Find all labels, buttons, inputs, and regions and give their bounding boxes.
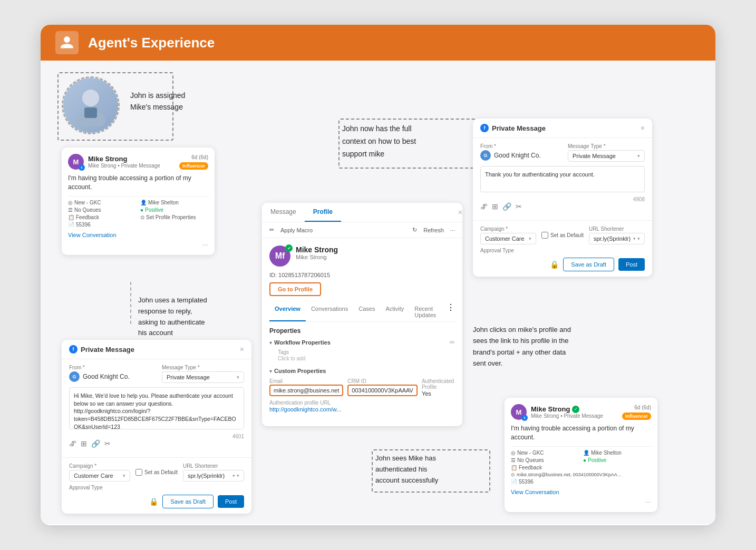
pm-bottom-left: Campaign * Customer Care ▾ Set as Defaul… [62, 457, 251, 514]
agent-icon [60, 35, 74, 50]
avatar-mike-2: M f [511, 404, 527, 420]
message-card-2: M f Mike Strong ✓ Mike Strong • Private … [505, 398, 657, 512]
svg-rect-2 [84, 107, 97, 118]
pm-card-left-body: From * G Good Knight Co. Message Type * … [62, 359, 251, 457]
set-default-checkbox-right[interactable] [541, 232, 548, 239]
profile-fb-badge: f [282, 251, 285, 261]
tab-profile[interactable]: Profile [305, 203, 341, 222]
person-silhouette [70, 84, 112, 126]
verified-badge-2: ✓ [572, 406, 579, 413]
header-icon [55, 31, 79, 54]
profile-avatar: M ✓ f [269, 245, 290, 267]
pm-bottom-right: Campaign * Customer Care ▾ Set as Defaul… [473, 220, 652, 277]
workflow-edit-icon[interactable]: ✏ [450, 339, 455, 346]
pm-card-right-body: From * G Good Knight Co. Message Type * … [473, 138, 652, 220]
pm-textarea-right[interactable]: Thank you for authenticating your accoun… [480, 166, 645, 192]
custom-section: ▾ Custom Properties Email mike.strong@bu… [269, 368, 455, 412]
more-dots-1[interactable]: ··· [68, 240, 208, 249]
pm-card-right: f Private Message × From * G Good Knight… [473, 119, 652, 277]
save-draft-btn-right[interactable]: Save as Draft [563, 258, 614, 271]
fb-icon-left: f [69, 345, 77, 353]
tab-message[interactable]: Message [262, 203, 305, 222]
nav-cases[interactable]: Cases [353, 302, 380, 321]
url-shortener-select-left[interactable]: spr.ly(Sprinklr) ▾ ▾ [183, 470, 244, 482]
workflow-toggle[interactable]: ▾ Workflow Properties ✏ [269, 339, 455, 346]
profile-tabs-row: Message Profile × [262, 203, 462, 222]
nav-activity[interactable]: Activity [380, 302, 409, 321]
pm-card-left-header: f Private Message × [62, 340, 251, 359]
nav-conversations[interactable]: Conversations [306, 302, 353, 321]
custom-toggle[interactable]: ▾ Custom Properties [269, 368, 455, 374]
msg-card-1-meta: ◎New - GKC 👤Mike Shelton ☰No Queues ●Pos… [68, 200, 208, 228]
msg-card-1-user: M f Mike Strong Mike Strong • Private Me… [68, 154, 160, 170]
msg-card-1-header: M f Mike Strong Mike Strong • Private Me… [68, 154, 208, 170]
pm-title-left: f Private Message [69, 345, 134, 353]
more-dots-2[interactable]: ··· [511, 497, 651, 506]
divider-1 [68, 196, 208, 197]
nav-recent-updates[interactable]: Recent Updates [409, 302, 447, 321]
msg-type-select-left[interactable]: Private Message ▾ [162, 371, 244, 383]
campaign-select-right[interactable]: Customer Care ▾ [480, 233, 536, 244]
save-draft-btn-left[interactable]: Save as Draft [162, 495, 214, 508]
close-pm-right[interactable]: × [641, 124, 645, 132]
step5-text: John sees Mike has authenticated his acc… [375, 453, 438, 486]
close-profile[interactable]: × [458, 203, 462, 222]
content-area: John is assigned Mike's message M f Mike… [41, 61, 715, 524]
pm-toolbar-left: 🖇 ⊞ 🔗 ✂ [69, 439, 244, 448]
crm-value: 0034100000V3KpAAAV [347, 385, 418, 396]
custom-props: Email mike.strong@busines.net CRM ID 003… [269, 378, 455, 397]
profile-name-block: Mike Strong Mike Strong [296, 245, 338, 260]
msg-card-1-nameblock: Mike Strong Mike Strong • Private Messag… [88, 155, 160, 169]
step2-text: John uses a templated response to reply,… [138, 295, 207, 339]
go-profile-btn[interactable]: Go to Profile [269, 282, 321, 296]
assign-text: John is assigned Mike's message [130, 90, 185, 113]
nav-more: ⋮ [447, 302, 455, 321]
svg-point-0 [82, 90, 99, 106]
set-default-checkbox-left[interactable] [135, 469, 142, 476]
pm-actions-right: 🔒 Save as Draft Post [480, 258, 645, 271]
msg-card-2-header: M f Mike Strong ✓ Mike Strong • Private … [511, 404, 651, 420]
msg-card-2-nameblock: Mike Strong ✓ Mike Strong • Private Mess… [531, 405, 603, 419]
pm-card-right-header: f Private Message × [473, 119, 652, 138]
message-card-1: M f Mike Strong Mike Strong • Private Me… [62, 148, 215, 255]
dashed-line-v1 [130, 282, 131, 324]
header: Agent's Experience [41, 25, 715, 61]
avatar-mike-1: M f [68, 154, 84, 170]
fb-badge-1: f [79, 164, 85, 171]
pm-toolbar-right: 🖇 ⊞ 🔗 ✂ [480, 202, 645, 211]
fb-icon-right: f [480, 124, 489, 132]
agent-photo-inner [63, 78, 118, 133]
lock-icon-left: 🔒 [149, 497, 158, 506]
view-conversation-2[interactable]: View Conversation [511, 489, 651, 495]
header-title: Agent's Experience [88, 35, 215, 51]
profile-card: Message Profile × ✏ Apply Macro ↻ Refres… [262, 203, 462, 426]
from-avatar-left: G [69, 371, 80, 382]
close-pm-left[interactable]: × [240, 345, 244, 353]
influencer-badge-1: Influencer [179, 162, 208, 170]
msg-card-1-body: I'm having trouble accessing a portion o… [68, 174, 208, 192]
agent-photo [62, 76, 120, 134]
main-container: Agent's Experience John is assigned Mike… [41, 25, 715, 525]
url-shortener-select-right[interactable]: spr.ly(Sprinklr) ▾ ▾ [589, 233, 645, 244]
email-value: mike.strong@busines.net [269, 385, 343, 396]
nav-overview[interactable]: Overview [269, 302, 306, 321]
profile-user-row: M ✓ f Mike Strong Mike Strong [269, 245, 455, 267]
step3-text: John now has the full context on how to … [342, 123, 416, 160]
msg-type-select-right[interactable]: Private Message ▾ [568, 150, 645, 162]
view-conversation-1[interactable]: View Conversation [68, 232, 208, 238]
pm-actions-left: 🔒 Save as Draft Post [69, 495, 244, 508]
msg-card-2-user: M f Mike Strong ✓ Mike Strong • Private … [511, 404, 603, 420]
divider-2 [511, 446, 651, 447]
workflow-section: ▾ Workflow Properties ✏ Tags Click to ad… [269, 339, 455, 361]
post-btn-right[interactable]: Post [618, 258, 645, 271]
pm-title-right: f Private Message [480, 124, 546, 132]
verified-badge: ✓ [285, 244, 293, 252]
msg-card-2-meta: ◎New - GKC 👤Mike Shelton ☰No Queues ●Pos… [511, 450, 651, 485]
step4-text: John clicks on mike's profile and sees t… [473, 324, 571, 369]
post-btn-left[interactable]: Post [218, 495, 244, 508]
profile-nav: Overview Conversations Cases Activity Re… [269, 302, 455, 322]
campaign-select-left[interactable]: Customer Care ▾ [69, 470, 130, 482]
pm-textarea-left[interactable]: Hi Mike, We'd love to help you. Please a… [69, 387, 244, 429]
lock-icon-right: 🔒 [550, 260, 559, 269]
profile-content: M ✓ f Mike Strong Mike Strong ID: 102851… [262, 238, 462, 426]
